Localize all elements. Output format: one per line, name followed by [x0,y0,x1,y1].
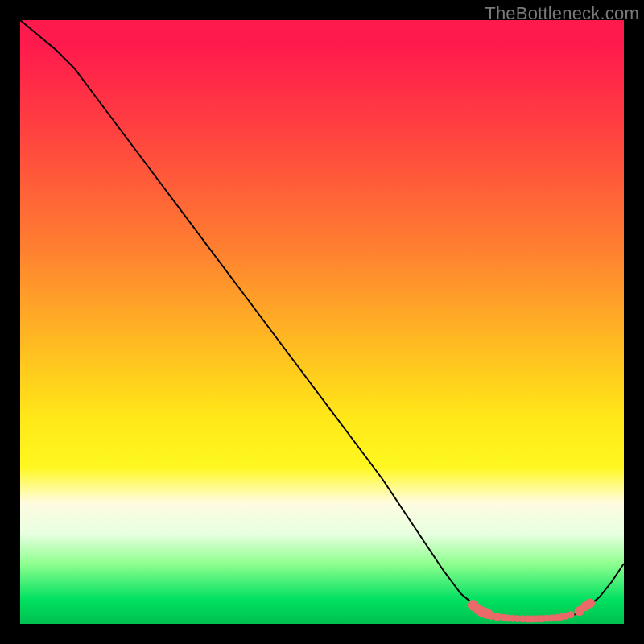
curve-marker-dots [468,599,595,623]
curve-svg [20,20,624,624]
watermark-text: TheBottleneck.com [485,3,639,24]
chart-stage: TheBottleneck.com [0,0,644,644]
curve-dot [585,599,595,609]
bottleneck-curve [20,20,624,619]
curve-dot [568,611,575,618]
plot-area [20,20,624,624]
